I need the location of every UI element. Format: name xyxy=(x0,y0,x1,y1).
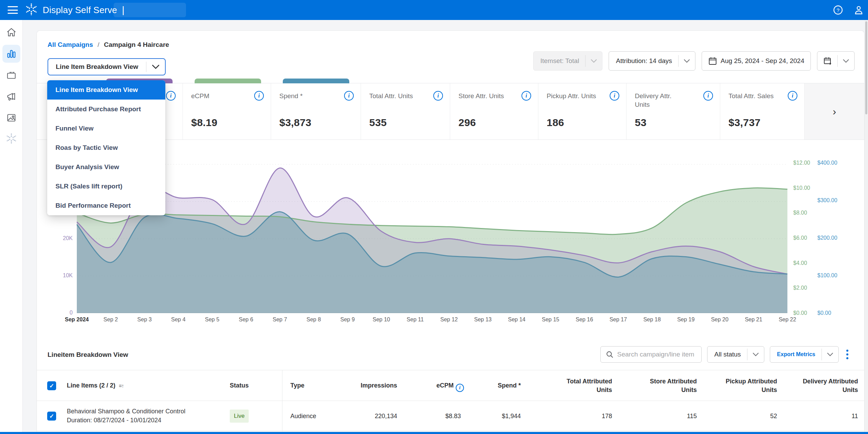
x-axis-tick: Sep 22 xyxy=(768,317,806,323)
attribution-filter-label: Attribution: 14 days xyxy=(609,57,678,65)
sidebar-item-home[interactable] xyxy=(2,23,20,41)
metric-card-label: Pickup Attr. Units xyxy=(547,92,618,100)
metric-card-value: $8.19 xyxy=(191,117,217,128)
x-axis-tick: Sep 8 xyxy=(295,317,333,323)
metric-card-value: 535 xyxy=(369,117,387,128)
row-checkbox[interactable]: ✓ xyxy=(47,412,56,421)
account-icon[interactable] xyxy=(853,4,865,16)
search-input[interactable] xyxy=(617,350,696,359)
column-header[interactable]: Spend * xyxy=(459,381,521,390)
status-filter[interactable]: All status xyxy=(707,346,764,363)
area-chart-canvas[interactable] xyxy=(77,163,787,313)
sidebar-item-campaigns[interactable] xyxy=(2,87,20,105)
x-axis-tick: Sep 13 xyxy=(464,317,502,323)
left-sidebar xyxy=(0,20,23,434)
x-axis-tick: Sep 10 xyxy=(362,317,400,323)
info-icon[interactable]: i xyxy=(166,91,176,101)
spark-logo-icon xyxy=(25,3,37,17)
view-menu-item[interactable]: Buyer Analysis View xyxy=(47,157,165,177)
view-menu-item[interactable]: Line Item Breakdown View xyxy=(47,80,165,100)
info-icon-glyph: i xyxy=(521,91,531,101)
sidebar-item-analytics[interactable] xyxy=(2,45,20,63)
calendar-add-icon xyxy=(823,56,833,66)
attribution-filter[interactable]: Attribution: 14 days xyxy=(609,51,695,71)
x-axis-tick: Sep 16 xyxy=(566,317,603,323)
x-axis-tick: Sep 21 xyxy=(735,317,773,323)
x-axis-tick: Sep 2024 xyxy=(58,317,96,323)
chevron-down-icon xyxy=(822,352,838,356)
x-axis-tick: Sep 17 xyxy=(599,317,637,323)
column-header[interactable]: Pickup Attributed Units xyxy=(719,377,777,394)
metric-card-value: 53 xyxy=(635,117,647,128)
scrollbar-thumb[interactable] xyxy=(865,21,867,114)
info-icon[interactable]: i xyxy=(703,91,713,101)
sort-icon[interactable]: ≡↑ xyxy=(119,383,124,389)
megaphone-icon xyxy=(6,91,17,102)
itemset-filter: Itemset: Total xyxy=(533,51,603,71)
column-header[interactable]: Impressions xyxy=(321,381,397,390)
column-header[interactable]: Store Attributed Units xyxy=(638,377,697,394)
info-icon[interactable]: i xyxy=(788,91,797,101)
info-icon-glyph: i xyxy=(703,91,713,101)
x-axis-tick: Sep 6 xyxy=(227,317,265,323)
help-icon[interactable]: ? xyxy=(832,4,844,16)
view-menu-item[interactable]: Roas by Tactic View xyxy=(47,138,165,157)
table-controls: All status Export Metrics xyxy=(600,346,850,363)
view-menu-item[interactable]: Attributed Purchase Report xyxy=(47,100,165,119)
metric-card-label: Delivery Attr. Units xyxy=(635,92,686,109)
view-selector-dropdown[interactable]: Line Item Breakdown View xyxy=(48,58,166,75)
metric-card-total-attr-sales: Total Attr. Salesi$3,737 xyxy=(720,83,805,140)
metric-card-pickup-attr-units: Pickup Attr. Unitsi186 xyxy=(538,83,627,140)
x-axis-tick: Sep 15 xyxy=(531,317,569,323)
table-row[interactable]: ✓Behavioral Shampoo & Conditioner Contro… xyxy=(37,401,864,431)
sidebar-item-portfolio[interactable] xyxy=(2,66,20,84)
info-icon[interactable]: i xyxy=(521,91,531,101)
sidebar-item-sparkle[interactable] xyxy=(2,130,20,148)
breadcrumb-current: Campaign 4 Haircare xyxy=(104,41,169,48)
y-axis-tick-spend: $0.00 xyxy=(817,310,831,316)
x-axis-tick: Sep 20 xyxy=(701,317,739,323)
view-menu-item[interactable]: SLR (Sales lift report) xyxy=(47,177,165,196)
kebab-menu-icon[interactable] xyxy=(844,348,850,361)
y-axis-tick-left: 10K xyxy=(49,272,73,279)
export-metrics-button[interactable]: Export Metrics xyxy=(770,346,839,363)
sidebar-item-creatives[interactable] xyxy=(2,109,20,127)
breadcrumb-all-campaigns-link[interactable]: All Campaigns xyxy=(48,41,93,48)
info-icon[interactable]: i xyxy=(433,91,443,101)
column-header[interactable]: Line Items (2 / 2)≡↑ xyxy=(67,381,211,390)
nav-highlight xyxy=(114,3,186,17)
y-axis-tick-left: 0 xyxy=(49,310,73,316)
line-item-name: Behavioral Shampoo & Conditioner Control… xyxy=(67,407,229,425)
info-icon[interactable]: i xyxy=(254,91,264,101)
column-header[interactable]: Delivery Attributed Units xyxy=(799,377,858,394)
view-selector-menu: Line Item Breakdown ViewAttributed Purch… xyxy=(47,80,165,215)
y-axis-tick-spend: $200.00 xyxy=(817,235,837,241)
selected-metric-pill xyxy=(195,79,261,83)
hamburger-menu-icon[interactable] xyxy=(8,6,18,14)
y-axis-tick-ecpm: $0.00 xyxy=(793,310,807,316)
vertical-scrollbar[interactable] xyxy=(865,20,868,434)
y-axis-tick-ecpm: $8.00 xyxy=(793,210,807,216)
date-range-picker[interactable]: Aug 25, 2024 - Sep 24, 2024 xyxy=(702,51,811,71)
select-all-checkbox[interactable]: ✓ xyxy=(47,381,56,390)
x-axis-tick: Sep 11 xyxy=(396,317,434,323)
x-axis-tick: Sep 2 xyxy=(92,317,130,323)
x-axis-tick: Sep 5 xyxy=(193,317,231,323)
metric-card-label: Total Attr. Units xyxy=(369,92,442,100)
view-menu-item[interactable]: Funnel View xyxy=(47,119,165,138)
calendar-compare-button[interactable] xyxy=(817,51,855,71)
search-box[interactable] xyxy=(600,346,702,363)
info-icon[interactable]: i xyxy=(610,91,619,101)
briefcase-icon xyxy=(6,70,17,80)
status-filter-label: All status xyxy=(707,351,747,358)
bottom-accent-bar xyxy=(0,432,868,434)
column-header[interactable]: eCPMi xyxy=(395,381,464,392)
date-range-label: Aug 25, 2024 - Sep 24, 2024 xyxy=(717,57,810,65)
cards-next-arrow[interactable]: › xyxy=(805,83,864,140)
info-icon[interactable]: i xyxy=(344,91,354,101)
column-header[interactable]: Total Attributed Units xyxy=(554,377,612,394)
view-menu-item[interactable]: Bid Performance Report xyxy=(47,196,165,215)
column-header[interactable]: Status xyxy=(230,381,268,390)
chevron-down-icon xyxy=(838,59,854,63)
info-icon-glyph: i xyxy=(433,91,443,101)
